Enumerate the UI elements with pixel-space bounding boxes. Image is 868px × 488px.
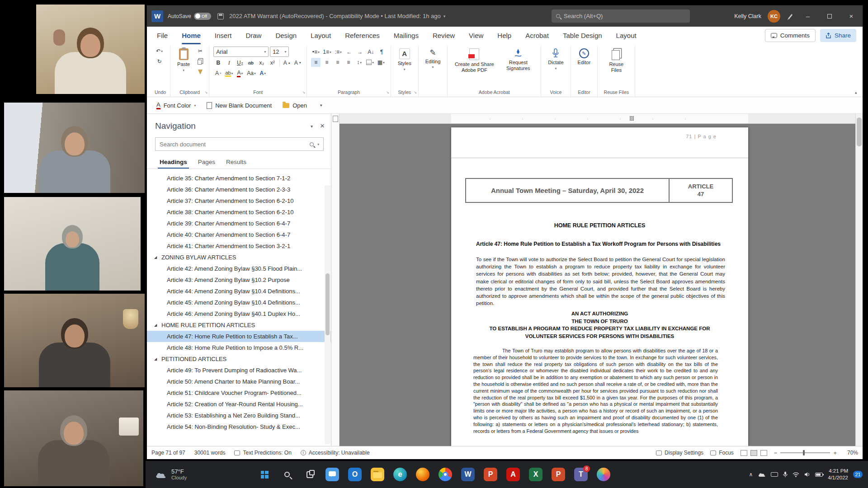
nav-heading-item[interactable]: ◢ Article 49: To Prevent Dumping of Radi… xyxy=(147,365,331,376)
align-center-button[interactable]: ≡ xyxy=(322,58,331,67)
font-color-button[interactable]: A▾ xyxy=(235,69,245,78)
collapse-triangle-icon[interactable]: ◢ xyxy=(154,357,157,361)
taskbar-search-button[interactable] xyxy=(277,464,297,485)
nav-heading-item[interactable]: ◢ Article 39: Charter Amendment to Secti… xyxy=(147,218,331,229)
nav-heading-item[interactable]: ◢ Article 41: Charter Amendment to Secti… xyxy=(147,240,331,252)
cut-button[interactable]: ✂ xyxy=(195,47,205,56)
sort-button[interactable]: A↓ xyxy=(366,47,376,56)
multilevel-list-button[interactable]: :≡▾ xyxy=(334,47,343,56)
tab-references[interactable]: References xyxy=(344,27,381,44)
nav-heading-item[interactable]: ◢ Article 38: Charter Amendment to Secti… xyxy=(147,206,331,218)
nav-heading-item[interactable]: ◢ Article 53: Establishing a Net Zero Bu… xyxy=(147,410,331,421)
numbering-button[interactable]: 1≡▾ xyxy=(322,47,332,56)
firefox-icon[interactable] xyxy=(412,464,433,485)
document-page[interactable]: 71 | P a g e Annual Town Meeting – Satur… xyxy=(451,127,748,446)
nav-tab-pages[interactable]: Pages xyxy=(193,156,220,169)
participant-5[interactable] xyxy=(4,390,143,486)
strikethrough-button[interactable]: ab xyxy=(246,58,255,67)
undo-button[interactable]: ↶▾ xyxy=(155,47,164,56)
subscript-button[interactable]: x₂ xyxy=(257,58,266,67)
shading-button[interactable]: ▾ xyxy=(365,58,375,67)
borders-button[interactable]: ▦▾ xyxy=(376,58,386,67)
text-predictions-status[interactable]: Text Predictions: On xyxy=(234,450,291,456)
titlebar-search-input[interactable] xyxy=(564,13,668,19)
text-effects-button[interactable]: A▾ xyxy=(258,69,268,78)
text-highlight-button[interactable]: ab▾ xyxy=(224,69,234,78)
display-settings-button[interactable]: Display Settings xyxy=(656,450,703,456)
nav-heading-item[interactable]: ◢ Article 36: Charter Amendment to Secti… xyxy=(147,184,331,195)
justify-button[interactable]: ≡ xyxy=(344,58,353,67)
request-signatures-button[interactable]: Request Signatures xyxy=(500,47,537,72)
focus-button[interactable]: Focus xyxy=(710,450,734,456)
tab-draw[interactable]: Draw xyxy=(245,27,262,44)
edge-icon[interactable]: e xyxy=(390,464,410,485)
web-layout-button[interactable] xyxy=(760,450,767,456)
document-scrollbar-thumb[interactable] xyxy=(857,117,862,146)
user-avatar[interactable]: KC xyxy=(768,10,780,23)
battery-icon[interactable] xyxy=(815,473,823,477)
redo-button[interactable]: ↻ xyxy=(155,57,164,66)
nav-heading-item[interactable]: ◢ Article 50: Amend Charter to Make Plan… xyxy=(147,376,331,387)
tab-mailings[interactable]: Mailings xyxy=(393,27,420,44)
nav-heading-item[interactable]: ◢ ZONING BYLAW ARTICLES xyxy=(147,252,331,263)
open-button[interactable]: Open xyxy=(278,100,311,111)
clear-formatting-button[interactable]: A× xyxy=(213,69,223,78)
accessibility-status[interactable]: Accessibility: Unavailable xyxy=(301,450,370,456)
nav-heading-item[interactable]: ◢ PETITIONED ARTICLES xyxy=(147,353,331,365)
pen-icon[interactable] xyxy=(787,13,794,20)
nav-heading-item[interactable]: ◢ Article 52: Creation of Year-Round Ren… xyxy=(147,399,331,410)
decrease-indent-button[interactable]: ← xyxy=(344,47,354,56)
styles-button[interactable]: A Styles ▾ xyxy=(395,47,414,72)
taskbar-clock[interactable]: 4:21 PM 4/1/2022 xyxy=(828,468,848,481)
grow-font-button[interactable]: A▲ xyxy=(282,58,292,67)
word-logo-icon[interactable]: W xyxy=(151,10,163,22)
zoom-slider[interactable] xyxy=(780,452,830,453)
shrink-font-button[interactable]: A▼ xyxy=(293,58,302,67)
word-icon[interactable]: W xyxy=(458,464,478,485)
teams-chat-icon[interactable] xyxy=(322,464,343,485)
close-button[interactable]: × xyxy=(844,5,859,27)
microphone-icon[interactable] xyxy=(783,471,788,478)
tab-insert[interactable]: Insert xyxy=(214,27,233,44)
nav-tab-results[interactable]: Results xyxy=(222,156,251,169)
comments-button[interactable]: Comments xyxy=(765,29,816,42)
powerpoint-icon-2[interactable]: P xyxy=(548,464,569,485)
document-search-box[interactable]: ▾ xyxy=(155,137,324,151)
line-spacing-button[interactable]: ↕▾ xyxy=(354,58,364,67)
powerpoint-icon[interactable]: P xyxy=(480,464,501,485)
file-explorer-icon[interactable] xyxy=(367,464,388,485)
autosave-toggle[interactable]: AutoSave Off xyxy=(168,13,211,20)
nav-heading-item[interactable]: ◢ Article 46: Amend Zoning Bylaw §40.1 D… xyxy=(147,308,331,319)
zoom-slider-thumb[interactable] xyxy=(803,450,805,455)
participant-4[interactable] xyxy=(4,294,145,387)
tab-layout[interactable]: Layout xyxy=(310,27,332,44)
nav-heading-item[interactable]: ◢ Article 40: Charter Amendment to Secti… xyxy=(147,229,331,240)
reuse-files-button[interactable]: Reuse Files xyxy=(602,47,631,74)
navigation-scrollbar[interactable] xyxy=(325,185,330,444)
page-icon[interactable] xyxy=(333,116,338,122)
zoom-in-button[interactable]: + xyxy=(833,450,837,456)
clipboard-dialog-launcher[interactable]: ↘ xyxy=(205,90,208,94)
dictate-button[interactable]: Dictate ▾ xyxy=(545,47,566,71)
save-icon[interactable] xyxy=(217,13,224,19)
nav-heading-item[interactable]: ◢ HOME RULE PETITION ARTICLES xyxy=(147,319,331,331)
page-indicator[interactable]: Page 71 of 97 xyxy=(151,450,185,456)
nav-item-article-47[interactable]: ◢ Article 47: Home Rule Petition to Esta… xyxy=(147,331,331,342)
create-share-adobe-pdf-button[interactable]: Create and Share Adobe PDF xyxy=(452,47,497,74)
print-layout-button[interactable] xyxy=(750,450,757,456)
styles-dialog-launcher[interactable]: ↘ xyxy=(414,90,417,94)
superscript-button[interactable]: x² xyxy=(268,58,277,67)
maximize-button[interactable] xyxy=(822,5,837,27)
italic-button[interactable]: I xyxy=(224,58,234,67)
word-count[interactable]: 30001 words xyxy=(194,450,226,456)
nav-heading-item[interactable]: ◢ Article 48: Home Rule Petition to Impo… xyxy=(147,342,331,353)
copy-button[interactable] xyxy=(195,57,205,66)
font-color-toolbar-button[interactable]: AFont Color▾ xyxy=(152,99,200,112)
paragraph-dialog-launcher[interactable]: ↘ xyxy=(386,90,389,94)
search-options-chevron[interactable]: ▾ xyxy=(317,142,319,146)
format-painter-button[interactable] xyxy=(195,67,205,76)
acrobat-icon[interactable]: A xyxy=(503,464,524,485)
excel-icon[interactable]: X xyxy=(525,464,546,485)
toolbar-overflow-chevron[interactable]: ▾ xyxy=(320,103,322,108)
collapse-triangle-icon[interactable]: ◢ xyxy=(154,255,157,259)
